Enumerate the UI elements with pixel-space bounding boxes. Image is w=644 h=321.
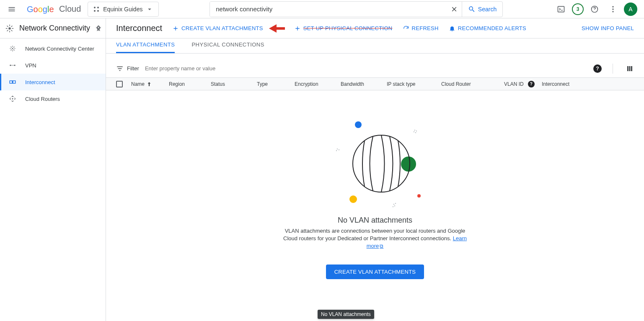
- action-label: CREATE VLAN ATTACHMENTS: [181, 25, 263, 31]
- svg-rect-5: [558, 6, 564, 12]
- tab-physical-connections[interactable]: PHYSICAL CONNECTIONS: [191, 41, 264, 53]
- svg-point-21: [401, 157, 416, 172]
- action-label: REFRESH: [412, 25, 439, 31]
- content-area: Interconnect CREATE VLAN ATTACHMENTS SET…: [106, 18, 644, 321]
- tab-vlan-attachments[interactable]: VLAN ATTACHMENTS: [116, 41, 175, 53]
- svg-rect-19: [631, 66, 632, 71]
- vlan-help-button[interactable]: ?: [528, 81, 535, 87]
- nav-item-ncc[interactable]: Network Connectivity Center: [0, 40, 106, 57]
- col-name[interactable]: Name: [131, 81, 169, 87]
- col-encryption[interactable]: Encryption: [295, 81, 341, 87]
- filter-bar: Filter ?: [106, 59, 644, 78]
- col-type[interactable]: Type: [257, 81, 295, 87]
- nav-item-interconnect[interactable]: Interconnect: [0, 74, 106, 90]
- service-icon: [5, 23, 14, 33]
- col-status[interactable]: Status: [211, 81, 257, 87]
- nav-item-cloud-routers[interactable]: Cloud Routers: [0, 90, 106, 107]
- empty-state: No VLAN attachments VLAN attachments are…: [106, 90, 644, 279]
- nav-label: Network Connectivity Center: [25, 46, 94, 52]
- search-clear-button[interactable]: [447, 2, 462, 17]
- top-header: Google Cloud Equinix Guides Search 3: [0, 0, 644, 18]
- help-icon: [590, 5, 599, 13]
- filter-button[interactable]: Filter: [116, 65, 139, 72]
- sidebar: Network Connectivity Network Connectivit…: [0, 18, 106, 321]
- col-bandwidth[interactable]: Bandwidth: [341, 81, 387, 87]
- search-button[interactable]: Search: [462, 2, 502, 17]
- refresh-button[interactable]: REFRESH: [403, 25, 439, 32]
- nav-label: Cloud Routers: [25, 96, 60, 102]
- filter-label-text: Filter: [127, 65, 139, 72]
- filter-help-button[interactable]: ?: [593, 64, 602, 73]
- svg-rect-17: [627, 66, 628, 71]
- search-input[interactable]: [210, 2, 447, 17]
- create-vlan-primary-button[interactable]: CREATE VLAN ATTACHMENTS: [326, 265, 424, 279]
- columns-icon: [626, 65, 634, 72]
- col-ip-stack[interactable]: IP stack type: [387, 81, 441, 87]
- page-title: Interconnect: [116, 23, 162, 33]
- svg-point-26: [339, 149, 339, 150]
- annotation-arrow: [269, 24, 285, 33]
- page-header: Interconnect CREATE VLAN ATTACHMENTS SET…: [106, 18, 644, 39]
- sidebar-header: Network Connectivity: [0, 18, 106, 39]
- recommended-alerts-button[interactable]: RECOMMENDED ALERTS: [449, 25, 526, 32]
- cloud-shell-button[interactable]: [553, 2, 569, 17]
- more-vert-icon: [609, 5, 617, 13]
- refresh-icon: [403, 25, 409, 32]
- select-all-checkbox[interactable]: [116, 81, 123, 87]
- filter-input[interactable]: [145, 65, 587, 72]
- action-label: SET UP PHYSICAL CONNECTION: [303, 25, 393, 31]
- svg-point-11: [12, 48, 13, 49]
- empty-illustration: [325, 116, 425, 212]
- column-selector-button[interactable]: [626, 64, 634, 73]
- hamburger-menu[interactable]: [3, 1, 20, 18]
- sort-asc-icon: [146, 81, 152, 87]
- svg-point-16: [12, 98, 13, 100]
- create-vlan-button[interactable]: CREATE VLAN ATTACHMENTS: [172, 25, 263, 32]
- help-button[interactable]: [587, 2, 602, 17]
- col-vlan-id[interactable]: VLAN ID ?: [504, 81, 542, 87]
- external-link-icon: ⧉: [380, 243, 383, 249]
- hub-icon: [9, 45, 16, 52]
- svg-point-31: [415, 132, 416, 133]
- pin-button[interactable]: [95, 25, 102, 32]
- account-avatar[interactable]: A: [624, 3, 637, 16]
- action-label: RECOMMENDED ALERTS: [458, 25, 526, 31]
- menu-icon: [8, 5, 16, 13]
- search-icon: [468, 5, 476, 13]
- plus-icon: [294, 25, 301, 32]
- nav-list: Network Connectivity Center VPN Intercon…: [0, 39, 106, 107]
- svg-point-34: [394, 205, 395, 206]
- col-cloud-router[interactable]: Cloud Router: [441, 81, 504, 87]
- nav-item-vpn[interactable]: VPN: [0, 57, 106, 74]
- table-header-row: Name Region Status Type Encryption Bandw…: [106, 78, 644, 90]
- trial-badge[interactable]: 3: [572, 3, 584, 15]
- vpn-icon: [9, 62, 16, 69]
- svg-point-8: [612, 8, 613, 10]
- header-right: 3 A: [553, 2, 641, 17]
- empty-title: No VLAN attachments: [338, 216, 412, 225]
- project-selector[interactable]: Equinix Guides: [88, 2, 159, 17]
- more-menu-button[interactable]: [605, 2, 621, 17]
- setup-physical-button[interactable]: SET UP PHYSICAL CONNECTION: [294, 25, 393, 32]
- svg-point-22: [349, 195, 357, 203]
- svg-point-28: [414, 130, 415, 131]
- col-interconnect[interactable]: Interconnect: [542, 81, 592, 87]
- bell-icon: [449, 25, 455, 32]
- col-region[interactable]: Region: [169, 81, 211, 87]
- google-logo-icon: Google: [27, 4, 58, 14]
- svg-point-33: [395, 203, 396, 204]
- network-connectivity-icon: [5, 24, 14, 33]
- svg-point-7: [612, 6, 613, 7]
- close-icon: [450, 5, 458, 13]
- nav-label: VPN: [25, 62, 36, 69]
- show-info-panel-button[interactable]: SHOW INFO PANEL: [582, 25, 634, 31]
- google-cloud-logo[interactable]: Google Cloud: [23, 4, 84, 14]
- svg-point-2: [97, 7, 99, 8]
- svg-point-25: [337, 149, 338, 149]
- project-icon: [93, 6, 100, 13]
- svg-point-13: [14, 65, 16, 66]
- cloud-text: Cloud: [59, 4, 81, 14]
- arrow-left-icon: [269, 24, 285, 33]
- svg-point-10: [8, 27, 11, 30]
- svg-point-35: [393, 206, 393, 207]
